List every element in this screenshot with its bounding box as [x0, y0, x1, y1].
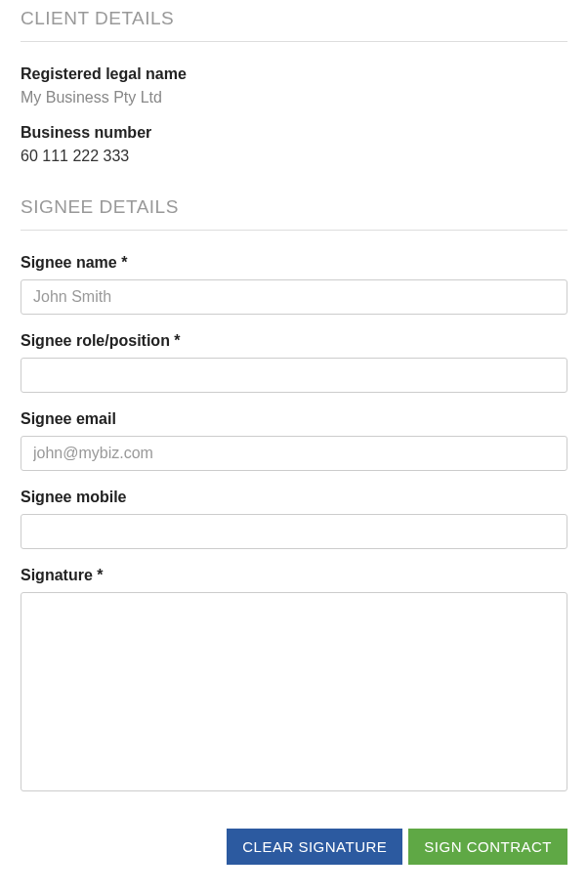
- signee-name-group: Signee name *: [21, 254, 567, 315]
- signee-name-input[interactable]: [21, 279, 567, 315]
- sign-contract-button[interactable]: SIGN CONTRACT: [408, 829, 567, 865]
- signee-role-group: Signee role/position *: [21, 332, 567, 393]
- signee-mobile-input[interactable]: [21, 514, 567, 549]
- signee-mobile-group: Signee mobile: [21, 489, 567, 549]
- clear-signature-button[interactable]: CLEAR SIGNATURE: [227, 829, 402, 865]
- signee-details-header: SIGNEE DETAILS: [21, 196, 567, 231]
- signature-label: Signature *: [21, 567, 567, 584]
- signature-group: Signature *: [21, 567, 567, 791]
- signee-mobile-label: Signee mobile: [21, 489, 567, 506]
- client-details-header: CLIENT DETAILS: [21, 8, 567, 42]
- signee-email-group: Signee email: [21, 410, 567, 471]
- signee-email-input[interactable]: [21, 436, 567, 471]
- signee-role-label: Signee role/position *: [21, 332, 567, 350]
- legal-name-value: My Business Pty Ltd: [21, 89, 567, 107]
- business-number-label: Business number: [21, 124, 567, 142]
- legal-name-label: Registered legal name: [21, 65, 567, 83]
- signee-name-label: Signee name *: [21, 254, 567, 272]
- legal-name-group: Registered legal name My Business Pty Lt…: [21, 65, 567, 107]
- button-row: CLEAR SIGNATURE SIGN CONTRACT: [21, 829, 567, 865]
- business-number-group: Business number 60 111 222 333: [21, 124, 567, 165]
- signature-pad[interactable]: [21, 592, 567, 791]
- signee-email-label: Signee email: [21, 410, 567, 428]
- signee-role-input[interactable]: [21, 358, 567, 393]
- business-number-value: 60 111 222 333: [21, 148, 567, 165]
